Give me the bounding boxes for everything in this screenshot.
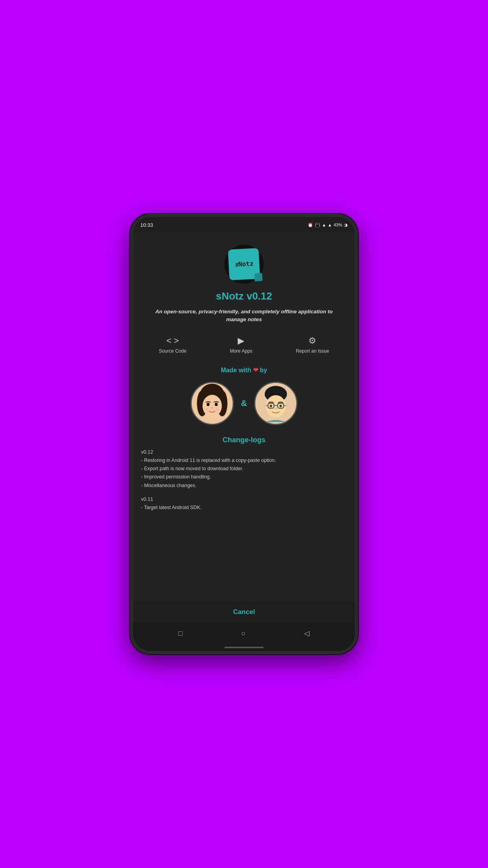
avatar-female <box>191 382 234 425</box>
svg-point-9 <box>216 408 220 411</box>
more-apps-icon: ▶ <box>238 337 244 345</box>
battery-text: 43% <box>334 223 342 227</box>
changelog-v012-line2: - Export path is now moved to download f… <box>141 465 347 473</box>
made-with-text: Made with ❤ by <box>221 366 267 374</box>
changelogs-content: v0.12 - Restoring in Android 11 is repla… <box>133 448 355 516</box>
status-bar: 10:33 ⏰ 📳 ▲ ▲ 43% ◑ <box>133 217 355 233</box>
home-button[interactable]: ○ <box>241 630 246 637</box>
cancel-label: Cancel <box>233 608 255 616</box>
source-code-label: Source Code <box>159 348 186 354</box>
more-apps-button[interactable]: ▶ More Apps <box>225 333 257 357</box>
main-content: sNotz sNotz v0.12 An open-source, privac… <box>133 233 355 601</box>
app-title: sNotz v0.12 <box>216 290 272 302</box>
app-icon: sNotz <box>228 248 260 280</box>
more-apps-label: More Apps <box>230 348 252 354</box>
svg-point-19 <box>279 405 282 407</box>
app-icon-wrapper: sNotz <box>224 245 264 284</box>
svg-point-12 <box>266 395 286 417</box>
vibrate-icon: 📳 <box>315 223 320 228</box>
changelog-v012-version: v0.12 <box>141 448 347 456</box>
svg-point-4 <box>202 395 222 417</box>
action-buttons: < > Source Code ▶ More Apps ⚙ Report an … <box>133 333 355 357</box>
avatar-male <box>254 382 297 425</box>
report-issue-button[interactable]: ⚙ Report an Issue <box>291 333 334 357</box>
heart-icon: ❤ <box>253 367 260 373</box>
status-icons: ⏰ 📳 ▲ ▲ 43% ◑ <box>308 223 348 228</box>
app-description: An open-source, privacy-friendly, and co… <box>133 308 355 324</box>
report-issue-icon: ⚙ <box>308 337 316 345</box>
source-code-button[interactable]: < > Source Code <box>154 333 191 357</box>
svg-point-6 <box>215 403 218 406</box>
changelogs-title: Change-logs <box>222 436 265 444</box>
changelog-v012-line1: - Restoring in Android 11 is replaced wi… <box>141 456 347 465</box>
signal-icon: ▲ <box>328 223 332 227</box>
status-time: 10:33 <box>140 222 153 228</box>
app-icon-label: sNotz <box>235 261 254 268</box>
changelog-v011: v0.11 - Target latest Android SDK. <box>141 495 347 512</box>
home-bar <box>224 647 264 648</box>
changelog-v012: v0.12 - Restoring in Android 11 is repla… <box>141 448 347 490</box>
source-code-icon: < > <box>166 337 179 345</box>
changelog-v012-line3: - Improved permission handling. <box>141 473 347 481</box>
nav-bar: □ ○ ◁ <box>133 623 355 644</box>
recents-button[interactable]: □ <box>178 630 183 637</box>
cancel-button[interactable]: Cancel <box>133 601 355 623</box>
svg-point-5 <box>207 403 210 406</box>
alarm-icon: ⏰ <box>308 223 313 228</box>
phone-frame: 10:33 ⏰ 📳 ▲ ▲ 43% ◑ sNotz sNotz v0.12 An… <box>130 214 358 654</box>
changelog-v012-line4: - Miscellaneous changes. <box>141 482 347 490</box>
battery-icon: ◑ <box>344 223 348 228</box>
back-button[interactable]: ◁ <box>304 630 310 637</box>
report-issue-label: Report an Issue <box>296 348 329 354</box>
home-indicator <box>133 644 355 651</box>
avatar-ampersand: & <box>241 398 247 408</box>
svg-point-18 <box>270 405 272 407</box>
changelog-v011-line1: - Target latest Android SDK. <box>141 504 347 512</box>
avatars-row: & <box>191 382 297 425</box>
changelog-v011-version: v0.11 <box>141 495 347 504</box>
svg-point-8 <box>204 408 209 411</box>
svg-point-7 <box>211 407 213 408</box>
wifi-icon: ▲ <box>322 223 326 227</box>
